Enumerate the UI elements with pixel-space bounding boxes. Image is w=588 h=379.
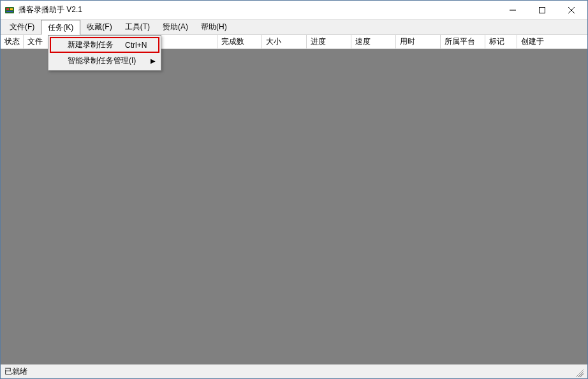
minimize-button[interactable]	[498, 1, 527, 20]
menu-item-shortcut: Ctrl+N	[125, 41, 147, 50]
menubar: 文件(F) 任务(K) 收藏(F) 工具(T) 赞助(A) 帮助(H)	[1, 20, 587, 35]
col-completed[interactable]: 完成数	[217, 35, 262, 48]
menu-help[interactable]: 帮助(H)	[195, 20, 233, 34]
svg-rect-3	[6, 11, 13, 12]
statusbar: 已就绪	[1, 364, 587, 378]
col-created[interactable]: 创建于	[517, 35, 587, 48]
window-title: 播客录播助手 V2.1	[18, 4, 498, 15]
menu-item-label: 智能录制任务管理(I)	[68, 55, 147, 66]
status-text: 已就绪	[4, 366, 27, 377]
close-button[interactable]	[557, 1, 586, 20]
menu-favorites[interactable]: 收藏(F)	[80, 20, 118, 34]
menu-sponsor[interactable]: 赞助(A)	[156, 20, 195, 34]
col-time[interactable]: 用时	[396, 35, 441, 48]
task-dropdown: 新建录制任务 Ctrl+N 智能录制任务管理(I) ▶	[48, 35, 161, 71]
menu-smart-record-manage[interactable]: 智能录制任务管理(I) ▶	[50, 53, 159, 69]
menu-task[interactable]: 任务(K)	[41, 20, 80, 35]
window-controls	[498, 1, 586, 19]
menu-item-label: 新建录制任务	[68, 39, 114, 50]
submenu-arrow-icon: ▶	[151, 57, 156, 64]
maximize-button[interactable]	[527, 1, 557, 20]
menu-tools[interactable]: 工具(T)	[119, 20, 156, 34]
app-icon	[4, 5, 15, 15]
col-size[interactable]: 大小	[262, 35, 307, 48]
col-platform[interactable]: 所属平台	[441, 35, 485, 48]
svg-rect-2	[10, 8, 13, 10]
titlebar: 播客录播助手 V2.1	[1, 1, 587, 20]
col-speed[interactable]: 速度	[351, 35, 396, 48]
col-status[interactable]: 状态	[1, 35, 24, 48]
content-area	[1, 49, 587, 364]
menu-file[interactable]: 文件(F)	[3, 20, 41, 34]
resize-grip-icon[interactable]	[573, 367, 584, 377]
menu-new-record-task[interactable]: 新建录制任务 Ctrl+N	[50, 37, 159, 53]
col-mark[interactable]: 标记	[485, 35, 517, 48]
svg-rect-1	[6, 8, 9, 10]
svg-rect-5	[540, 7, 545, 13]
col-progress[interactable]: 进度	[307, 35, 351, 48]
